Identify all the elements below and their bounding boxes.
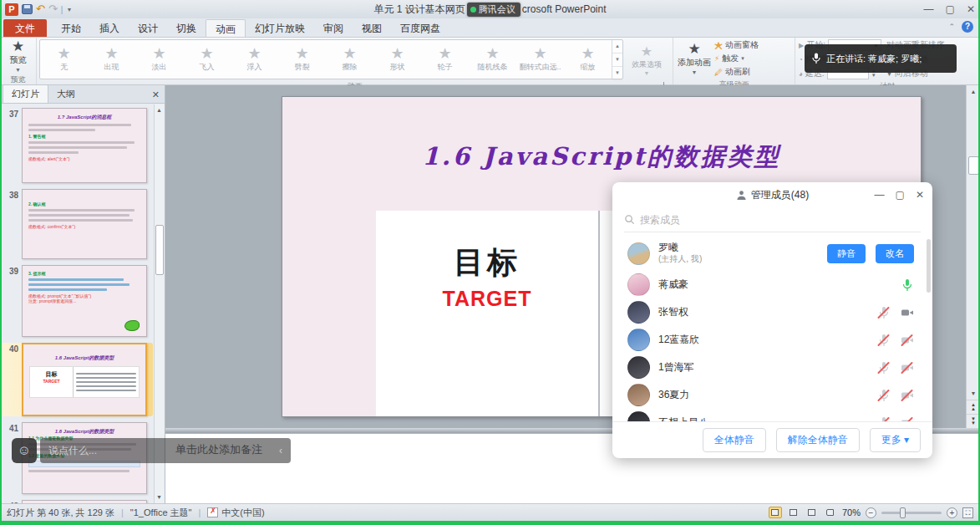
tab-outline[interactable]: 大纲 (48, 85, 84, 103)
save-icon[interactable] (22, 4, 33, 14)
slide-thumb-37[interactable]: 37 1.? JavaScript的消息框 1. 警告框 函数格式: alert… (2, 108, 153, 183)
slide-thumb-38[interactable]: 38 2. 确认框 函数格式: confirm("文本") (2, 189, 153, 259)
scroll-up-icon[interactable]: ▲ (156, 104, 162, 116)
collapse-ribbon-icon[interactable]: ⌃ (948, 23, 955, 31)
animation-effect-float-in[interactable]: ★浮入 (231, 40, 278, 79)
statusbar-separator: | (198, 507, 201, 517)
mic-on-icon[interactable] (901, 278, 914, 292)
member-row[interactable]: 1曾海军 (612, 354, 932, 381)
maximize-button[interactable]: ▢ (946, 3, 955, 15)
star-icon: ★ (57, 46, 70, 61)
undo-icon[interactable]: ↶ (36, 4, 45, 14)
tab-home[interactable]: 开始 (52, 19, 90, 37)
tab-view[interactable]: 视图 (353, 19, 391, 37)
gallery-scroll-up-icon[interactable]: ▲ (612, 40, 622, 54)
fit-to-window-button[interactable]: ⛶ (962, 507, 973, 518)
gallery-more-icon[interactable]: ▼ (612, 67, 622, 80)
panel-maximize-button[interactable]: ▢ (896, 189, 905, 201)
effect-options-button[interactable]: ★ 效果选项 ▼ (626, 43, 668, 76)
camera-off-icon[interactable] (901, 361, 914, 375)
tab-transitions[interactable]: 切换 (167, 19, 206, 37)
scrollbar-thumb[interactable] (155, 225, 164, 275)
close-panel-icon[interactable]: ✕ (152, 89, 160, 100)
mic-muted-icon[interactable] (877, 334, 891, 347)
language-indicator[interactable]: 中文(中国) (221, 507, 264, 519)
mic-muted-icon[interactable] (877, 389, 891, 402)
slide-thumb-39[interactable]: 39 3. 提示框 函数格式: prompt("文本","默认值") 注意: p… (2, 265, 153, 337)
mic-muted-icon[interactable] (877, 306, 891, 319)
tab-review[interactable]: 审阅 (314, 19, 353, 37)
member-row-host[interactable]: 罗曦 (主持人, 我) 静音 改名 (612, 236, 932, 271)
tab-slides-thumbnails[interactable]: 幻灯片 (3, 84, 48, 103)
preview-button[interactable]: ★ 预览 ▼ (3, 39, 33, 73)
slide-sorter-view-button[interactable] (787, 507, 800, 518)
unmute-all-button[interactable]: 解除全体静音 (776, 428, 860, 452)
animation-effect-fly-in[interactable]: ★飞入 (183, 40, 231, 79)
zoom-slider[interactable] (881, 512, 942, 514)
animation-effect-split[interactable]: ★劈裂 (278, 40, 326, 79)
scroll-down-icon[interactable]: ▼ (156, 492, 162, 503)
camera-off-icon[interactable] (901, 389, 914, 402)
reading-view-button[interactable] (805, 507, 819, 518)
mute-button[interactable]: 静音 (827, 244, 866, 263)
animation-effect-zoom[interactable]: ★缩放 (564, 40, 612, 79)
mic-muted-icon[interactable] (877, 416, 891, 422)
close-button[interactable]: ✕ (967, 3, 975, 15)
tab-animations[interactable]: 动画 (206, 19, 246, 37)
animation-effect-flip[interactable]: ★翻转式由远.. (516, 40, 564, 79)
normal-view-button[interactable] (769, 507, 782, 518)
animation-effect-shape[interactable]: ★形状 (373, 40, 421, 79)
panel-close-button[interactable]: ✕ (916, 189, 924, 201)
trigger-button[interactable]: ⚡︎触发▾ (714, 53, 759, 64)
thumbnail: 1.? JavaScript的消息框 1. 警告框 函数格式: alert("文… (22, 108, 147, 183)
member-list-scrollbar[interactable] (927, 239, 931, 293)
slideshow-view-button[interactable] (824, 507, 837, 518)
member-row[interactable]: 蒋威豪 (612, 271, 932, 298)
more-button[interactable]: 更多 ▾ (870, 428, 921, 452)
scroll-up-icon[interactable]: ▲ (971, 85, 977, 98)
slide-thumb-42[interactable]: 42 (2, 500, 153, 503)
animation-effect-appear[interactable]: ★出现 (88, 40, 135, 79)
animation-effect-fade[interactable]: ★淡出 (135, 40, 183, 79)
member-row[interactable]: 不想上早八 (612, 409, 932, 421)
emoji-button[interactable]: ☺ (12, 438, 37, 463)
search-input[interactable] (640, 214, 921, 226)
member-row[interactable]: 12蓝嘉欣 (612, 326, 932, 354)
add-animation-button[interactable]: ★ 添加动画 ▼ (676, 42, 713, 75)
scroll-down-icon[interactable]: ▼ (971, 387, 977, 400)
spellcheck-icon[interactable] (207, 507, 218, 517)
camera-off-icon[interactable] (901, 334, 914, 347)
tab-insert[interactable]: 插入 (90, 19, 129, 37)
member-row[interactable]: 张智权 (612, 298, 932, 326)
mic-muted-icon[interactable] (877, 361, 891, 375)
redo-icon[interactable]: ↷ (48, 4, 58, 14)
tab-file[interactable]: 文件 (3, 19, 47, 37)
zoom-out-button[interactable]: − (866, 507, 876, 518)
animation-pane-button[interactable]: 🟊动画窗格 (714, 39, 759, 51)
slide-thumb-40-selected[interactable]: 40 1.6 JavaScript的数据类型 目标 TARGET (2, 343, 153, 416)
animation-effect-wipe[interactable]: ★擦除 (326, 40, 373, 79)
zoom-slider-handle[interactable] (900, 507, 906, 518)
animation-effect-random-bars[interactable]: ★随机线条 (469, 40, 516, 79)
collapse-chat-icon[interactable]: ‹ (279, 445, 282, 456)
tab-baidu-netdisk[interactable]: 百度网盘 (391, 19, 449, 37)
scrollbar-thumb[interactable] (968, 156, 979, 175)
camera-icon[interactable] (901, 306, 914, 319)
animation-painter-button[interactable]: 🖉动画刷 (714, 66, 759, 78)
member-row[interactable]: 36夏力 (612, 381, 932, 409)
customize-toolbar-dropdown-icon[interactable]: ▼ (66, 7, 72, 13)
zoom-in-button[interactable]: + (947, 507, 957, 518)
animation-effect-none[interactable]: ★无 (40, 40, 88, 79)
tab-slideshow[interactable]: 幻灯片放映 (246, 19, 314, 37)
rename-button[interactable]: 改名 (876, 244, 914, 263)
gallery-scroll-down-icon[interactable]: ▼ (612, 54, 622, 67)
minimize-button[interactable]: — (924, 3, 934, 15)
help-icon[interactable]: ? (962, 21, 973, 33)
slide-title[interactable]: 1.6 JavaScript的数据类型 (282, 140, 921, 174)
mute-all-button[interactable]: 全体静音 (703, 428, 766, 452)
panel-minimize-button[interactable]: — (875, 189, 885, 201)
animation-effect-wheel[interactable]: ★轮子 (421, 40, 469, 79)
tab-design[interactable]: 设计 (129, 19, 167, 37)
chat-input-bar[interactable]: 说点什么... | ‹ (40, 438, 291, 463)
camera-off-icon[interactable] (901, 416, 914, 422)
